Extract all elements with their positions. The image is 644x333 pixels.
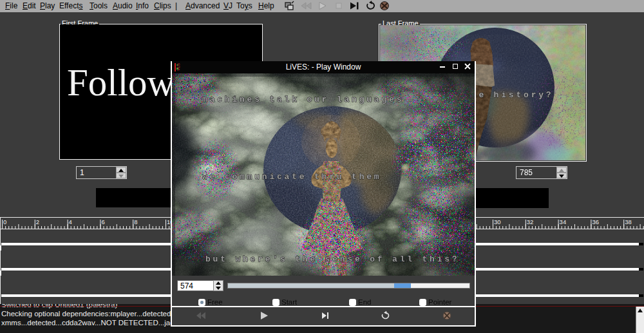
svg-text:34: 34 — [560, 218, 567, 225]
svg-text:30: 30 — [494, 218, 501, 225]
svg-text:32: 32 — [527, 218, 534, 225]
svg-text:2: 2 — [36, 218, 39, 225]
svg-text:machines talk our languages: machines talk our languages — [202, 95, 404, 104]
svg-text:but where's the sense of all t: but where's the sense of all this? — [205, 254, 459, 264]
svg-text:0: 0 — [3, 218, 6, 225]
svg-text:36: 36 — [592, 218, 599, 225]
svg-text:6: 6 — [101, 218, 104, 225]
svg-text:we communicate thru them: we communicate thru them — [202, 172, 381, 182]
svg-text:4: 4 — [69, 218, 72, 225]
svg-text:38: 38 — [625, 218, 632, 225]
svg-text:8: 8 — [134, 218, 137, 225]
